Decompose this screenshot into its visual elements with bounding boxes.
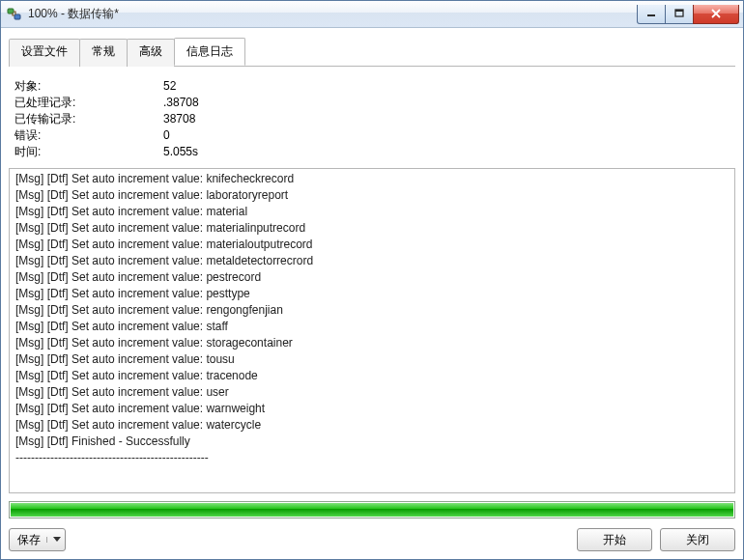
progress-bar — [9, 501, 735, 518]
tab-label: 常规 — [92, 44, 115, 58]
log-line: [Msg] [Dtf] Set auto increment value: st… — [15, 319, 729, 335]
log-line: [Msg] [Dtf] Set auto increment value: re… — [15, 302, 729, 319]
progress-fill — [11, 503, 733, 517]
tab-1[interactable]: 常规 — [79, 39, 128, 67]
stats-value: 38708 — [163, 111, 195, 127]
log-textarea[interactable]: [Msg] [Dtf] Set auto increment value: kn… — [9, 168, 735, 493]
log-line: [Msg] [Dtf] Set auto increment value: st… — [15, 335, 729, 351]
save-button[interactable]: 保存 — [9, 528, 66, 551]
tab-0[interactable]: 设置文件 — [9, 39, 80, 67]
stats-row: 时间:5.055s — [14, 144, 730, 160]
stats-panel: 对象:52已处理记录:.38708已传输记录:38708错误:0时间:5.055… — [9, 67, 735, 168]
window-title: 100% - 数据传输* — [28, 6, 638, 22]
tab-label: 信息日志 — [186, 44, 233, 58]
stats-value: 52 — [163, 78, 176, 95]
log-line: [Msg] [Dtf] Finished - Successfully — [15, 434, 729, 450]
minimize-button[interactable] — [637, 5, 666, 24]
stats-row: 对象:52 — [14, 78, 730, 95]
log-line: [Msg] [Dtf] Set auto increment value: wa… — [15, 401, 729, 417]
window-controls — [638, 5, 739, 24]
log-line: [Msg] [Dtf] Set auto increment value: pe… — [15, 269, 729, 286]
stats-label: 时间: — [14, 144, 163, 160]
svg-marker-7 — [53, 537, 61, 542]
tab-label: 高级 — [139, 44, 162, 58]
log-line: [Msg] [Dtf] Set auto increment value: pe… — [15, 286, 729, 302]
tab-bar: 设置文件常规高级信息日志 — [9, 38, 735, 67]
footer: 保存 开始 关闭 — [9, 528, 735, 551]
tab-2[interactable]: 高级 — [127, 39, 175, 67]
stats-label: 已传输记录: — [14, 111, 163, 127]
log-line: [Msg] [Dtf] Set auto increment value: to… — [15, 351, 729, 368]
stats-label: 已处理记录: — [14, 95, 163, 111]
stats-label: 对象: — [14, 78, 163, 95]
start-button[interactable]: 开始 — [577, 528, 652, 551]
stats-row: 已传输记录:38708 — [14, 111, 730, 127]
log-line: [Msg] [Dtf] Set auto increment value: kn… — [15, 171, 729, 187]
stats-label: 错误: — [14, 127, 163, 144]
app-icon — [7, 7, 22, 22]
log-line: [Msg] [Dtf] Set auto increment value: ma… — [15, 204, 729, 220]
log-line: [Msg] [Dtf] Set auto increment value: la… — [15, 187, 729, 204]
log-line: [Msg] [Dtf] Set auto increment value: ma… — [15, 237, 729, 253]
log-line: [Msg] [Dtf] Set auto increment value: tr… — [15, 368, 729, 384]
titlebar: 100% - 数据传输* — [1, 1, 743, 28]
close-dialog-button-label: 关闭 — [686, 532, 709, 548]
log-line: [Msg] [Dtf] Set auto increment value: us… — [15, 384, 729, 401]
close-dialog-button[interactable]: 关闭 — [660, 528, 735, 551]
stats-value: 5.055s — [163, 144, 198, 160]
log-line: [Msg] [Dtf] Set auto increment value: me… — [15, 253, 729, 269]
stats-row: 已处理记录:.38708 — [14, 95, 730, 111]
stats-row: 错误:0 — [14, 127, 730, 144]
log-line: ----------------------------------------… — [15, 450, 729, 466]
tab-3[interactable]: 信息日志 — [174, 38, 245, 66]
log-line: [Msg] [Dtf] Set auto increment value: wa… — [15, 417, 729, 434]
save-button-label: 保存 — [17, 532, 41, 548]
tab-label: 设置文件 — [21, 44, 68, 58]
content-area: 设置文件常规高级信息日志 对象:52已处理记录:.38708已传输记录:3870… — [1, 28, 743, 559]
svg-rect-1 — [14, 14, 20, 19]
maximize-button[interactable] — [665, 5, 694, 24]
start-button-label: 开始 — [603, 532, 626, 548]
save-dropdown-icon[interactable] — [46, 537, 61, 543]
log-line: [Msg] [Dtf] Set auto increment value: ma… — [15, 220, 729, 237]
stats-value: .38708 — [163, 95, 199, 111]
stats-value: 0 — [163, 127, 170, 144]
close-button[interactable] — [693, 5, 739, 24]
